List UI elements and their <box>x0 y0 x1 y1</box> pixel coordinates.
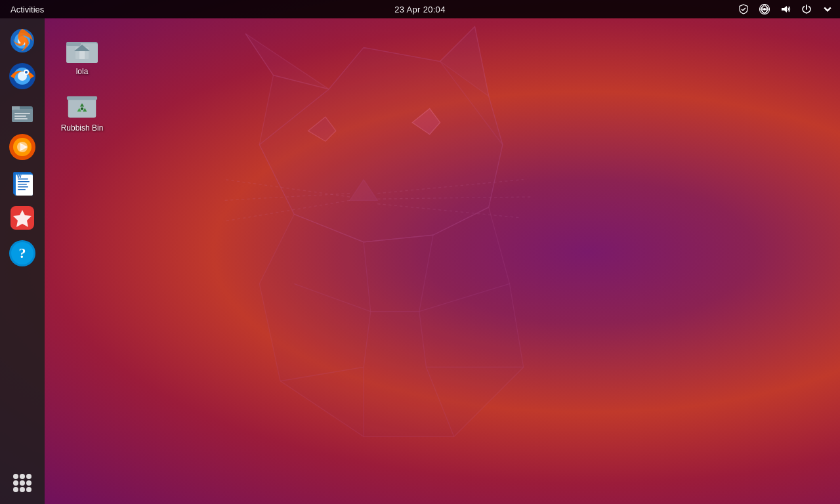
svg-rect-65 <box>18 186 28 188</box>
shield-icon[interactable] <box>736 2 751 16</box>
svg-point-75 <box>13 480 18 486</box>
cat-wallpaper <box>105 20 761 492</box>
chevron-down-icon[interactable] <box>820 2 835 16</box>
rubbish-bin-icon <box>65 87 99 121</box>
svg-point-76 <box>20 480 25 486</box>
activities-button[interactable]: Activities <box>5 0 49 18</box>
dock-item-writer[interactable]: W <box>7 167 38 198</box>
svg-rect-51 <box>14 113 30 114</box>
svg-rect-89 <box>67 96 97 100</box>
svg-rect-83 <box>66 42 81 46</box>
topbar: Activities 23 Apr 20:04 <box>0 0 840 18</box>
dock-item-thunderbird[interactable] <box>7 60 38 92</box>
svg-rect-63 <box>18 181 30 182</box>
dock-item-rhythmbox[interactable] <box>7 131 38 163</box>
svg-point-74 <box>26 474 32 479</box>
svg-point-79 <box>20 487 25 492</box>
svg-rect-64 <box>18 184 27 185</box>
svg-point-80 <box>26 487 32 492</box>
desktop-icons: lola R <box>45 18 119 144</box>
network-icon[interactable] <box>757 2 772 16</box>
svg-text:W: W <box>17 174 22 178</box>
desktop-icon-home[interactable]: lola <box>52 26 112 80</box>
svg-rect-86 <box>79 51 85 59</box>
home-folder-label: lola <box>76 67 89 76</box>
rubbish-bin-label: Rubbish Bin <box>61 123 104 133</box>
svg-rect-62 <box>18 178 28 180</box>
dock: W ? <box>0 18 45 504</box>
app-grid-button[interactable] <box>7 467 38 499</box>
svg-point-90 <box>81 108 83 110</box>
svg-point-48 <box>25 71 28 74</box>
svg-point-73 <box>20 474 25 479</box>
svg-rect-52 <box>14 116 26 117</box>
desktop-icon-rubbish-bin[interactable]: Rubbish Bin <box>52 83 112 136</box>
power-icon[interactable] <box>799 2 814 16</box>
dock-item-firefox[interactable] <box>7 25 38 56</box>
dock-item-files[interactable] <box>7 96 38 127</box>
svg-marker-40 <box>782 6 787 12</box>
svg-text:?: ? <box>19 245 26 261</box>
dock-item-app-center[interactable] <box>7 202 38 234</box>
dock-item-help[interactable]: ? <box>7 238 38 269</box>
topbar-right <box>736 2 835 16</box>
desktop: Activities 23 Apr 20:04 <box>0 0 840 504</box>
svg-rect-53 <box>14 118 28 119</box>
svg-point-78 <box>13 487 18 492</box>
svg-rect-66 <box>18 189 26 190</box>
home-folder-icon <box>65 30 99 64</box>
volume-icon[interactable] <box>778 2 793 16</box>
svg-point-72 <box>13 474 18 479</box>
topbar-left: Activities <box>5 0 49 18</box>
svg-point-77 <box>26 480 32 486</box>
topbar-datetime: 23 Apr 20:04 <box>394 5 445 14</box>
svg-marker-20 <box>259 207 523 436</box>
